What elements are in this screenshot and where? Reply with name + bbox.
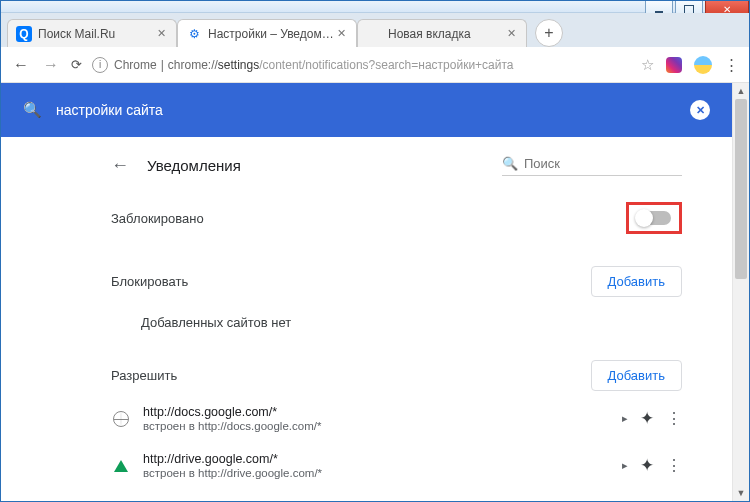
site-text: https://docs.google.com/* встроен в http…	[143, 499, 610, 501]
tab-title: Настройки – Уведомления	[208, 27, 334, 41]
search-icon: 🔍	[23, 101, 42, 119]
tab-title: Новая вкладка	[388, 27, 504, 41]
inline-search-input[interactable]	[524, 156, 682, 171]
extension-icon: ✦	[640, 455, 654, 476]
tab-close-icon[interactable]: ✕	[334, 27, 348, 41]
page-title: Уведомления	[147, 157, 502, 174]
vertical-scrollbar[interactable]: ▲ ▼	[732, 83, 749, 501]
block-section-title: Блокировать	[111, 274, 591, 289]
tab-close-icon[interactable]: ✕	[154, 27, 168, 41]
extension-icon: ✦	[640, 408, 654, 429]
site-text: http://drive.google.com/* встроен в http…	[143, 452, 610, 479]
url-scheme: chrome://	[168, 58, 218, 72]
allow-site-list: http://docs.google.com/* встроен в http:…	[111, 395, 682, 501]
site-row[interactable]: http://docs.google.com/* встроен в http:…	[111, 395, 682, 442]
browser-tab[interactable]: ⚙ Настройки – Уведомления ✕	[177, 19, 357, 47]
scroll-up-arrow[interactable]: ▲	[733, 83, 749, 99]
block-empty-text: Добавленных сайтов нет	[111, 301, 682, 348]
site-sub: встроен в http://docs.google.com/*	[143, 420, 610, 432]
url-path: /content/notifications?search=настройки+…	[259, 58, 513, 72]
site-row[interactable]: http://drive.google.com/* встроен в http…	[111, 442, 682, 489]
browser-tabs: Q Поиск Mail.Ru ✕ ⚙ Настройки – Уведомле…	[1, 13, 749, 47]
address-bar-row: ← → ⟳ i Chrome | chrome://settings/conte…	[1, 47, 749, 83]
url-host: settings	[218, 58, 259, 72]
section-header: ← Уведомления 🔍	[111, 137, 682, 182]
reload-button[interactable]: ⟳	[71, 57, 82, 72]
content-wrap: 🔍 настройки сайта ✕ ← Уведомления 🔍 Забл…	[1, 83, 749, 501]
site-info-icon[interactable]: i	[92, 57, 108, 73]
block-add-button[interactable]: Добавить	[591, 266, 682, 297]
site-url: http://docs.google.com/*	[143, 405, 610, 419]
new-tab-button[interactable]: +	[535, 19, 563, 47]
toggle-highlight-box	[626, 202, 682, 234]
blank-icon	[366, 26, 382, 42]
site-menu-icon[interactable]: ⋮	[666, 409, 682, 428]
settings-icon: ⚙	[186, 26, 202, 42]
allow-add-button[interactable]: Добавить	[591, 360, 682, 391]
site-row[interactable]: https://docs.google.com/* встроен в http…	[111, 489, 682, 501]
tab-close-icon[interactable]: ✕	[504, 27, 518, 41]
globe-icon	[111, 411, 131, 427]
nav-forward-button[interactable]: →	[41, 56, 61, 74]
block-section-header: Блокировать Добавить	[111, 254, 682, 301]
notifications-toggle[interactable]	[637, 211, 671, 225]
browser-tab[interactable]: Новая вкладка ✕	[357, 19, 527, 47]
search-icon: 🔍	[502, 156, 518, 171]
blocked-label: Заблокировано	[111, 211, 626, 226]
settings-search-query[interactable]: настройки сайта	[56, 102, 690, 118]
page-content: 🔍 настройки сайта ✕ ← Уведомления 🔍 Забл…	[1, 83, 732, 501]
site-url: http://drive.google.com/*	[143, 452, 610, 466]
tab-title: Поиск Mail.Ru	[38, 27, 154, 41]
browser-tab[interactable]: Q Поиск Mail.Ru ✕	[7, 19, 177, 47]
chevron-right-icon[interactable]: ▸	[622, 459, 628, 472]
profile-avatar[interactable]	[694, 56, 712, 74]
allow-section-title: Разрешить	[111, 368, 591, 383]
mailru-icon: Q	[16, 26, 32, 42]
address-bar[interactable]: i Chrome | chrome://settings/content/not…	[92, 57, 631, 73]
settings-search-header: 🔍 настройки сайта ✕	[1, 83, 732, 137]
site-url: https://docs.google.com/*	[143, 499, 610, 501]
toolbar-icons: ☆ ⋮	[641, 56, 739, 74]
blocked-toggle-row: Заблокировано	[111, 182, 682, 254]
site-menu-icon[interactable]: ⋮	[666, 456, 682, 475]
drive-icon	[111, 460, 131, 472]
chevron-right-icon[interactable]: ▸	[622, 412, 628, 425]
instagram-extension-icon[interactable]	[666, 57, 682, 73]
url-scheme-label: Chrome	[114, 58, 157, 72]
window-frame: Q Поиск Mail.Ru ✕ ⚙ Настройки – Уведомле…	[0, 0, 750, 502]
inline-search-field[interactable]: 🔍	[502, 156, 682, 176]
site-sub: встроен в http://drive.google.com/*	[143, 467, 610, 479]
scroll-thumb[interactable]	[735, 99, 747, 279]
clear-search-button[interactable]: ✕	[690, 100, 710, 120]
bookmark-icon[interactable]: ☆	[641, 56, 654, 74]
allow-section-header: Разрешить Добавить	[111, 348, 682, 395]
back-arrow-icon[interactable]: ←	[111, 155, 129, 176]
site-text: http://docs.google.com/* встроен в http:…	[143, 405, 610, 432]
browser-menu-icon[interactable]: ⋮	[724, 56, 739, 74]
window-titlebar	[1, 1, 749, 13]
nav-back-button[interactable]: ←	[11, 56, 31, 74]
scroll-down-arrow[interactable]: ▼	[733, 485, 749, 501]
